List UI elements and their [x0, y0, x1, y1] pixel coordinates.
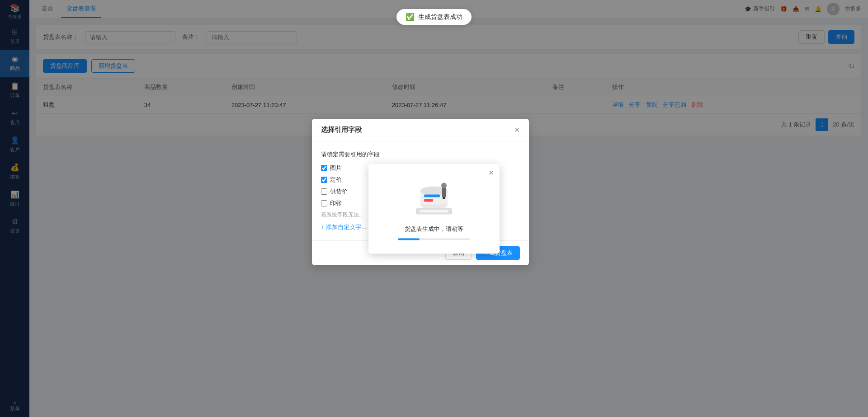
loading-text: 货盘表生成中，请稍等: [405, 225, 463, 233]
loading-illustration: [407, 177, 461, 218]
svg-rect-9: [420, 210, 448, 212]
dialog-select-header: 选择引用字段 ✕: [312, 119, 529, 141]
svg-point-6: [441, 183, 447, 188]
field-supply-price-label: 供货价: [330, 187, 348, 196]
field-impression-label: 印张: [330, 199, 342, 207]
field-image-label: 图片: [330, 164, 342, 172]
checkbox-image[interactable]: [321, 165, 327, 171]
loading-bar-wrap: [398, 238, 470, 240]
dialog-select-desc: 请确定需要引用的字段: [321, 150, 520, 159]
loading-bar: [398, 238, 420, 240]
dialog-select-close[interactable]: ✕: [514, 126, 520, 134]
svg-rect-7: [443, 197, 445, 199]
dialog-loading: ✕ 货盘表生成中，请稍等: [368, 164, 500, 253]
checkbox-price[interactable]: [321, 177, 327, 183]
overlay: 选择引用字段 ✕ 请确定需要引用的字段 图片 商品编码 定价: [0, 0, 868, 417]
toast-text: 生成货盘表成功: [418, 13, 462, 21]
svg-rect-4: [424, 199, 433, 201]
dialog-select-title: 选择引用字段: [321, 126, 362, 134]
toast-success-icon: ✅: [406, 13, 415, 21]
svg-rect-3: [424, 194, 440, 197]
field-price-label: 定价: [330, 176, 342, 184]
checkbox-supply-price[interactable]: [321, 188, 327, 195]
checkbox-impression[interactable]: [321, 200, 327, 206]
dialog-loading-close[interactable]: ✕: [488, 168, 494, 177]
toast: ✅ 生成货盘表成功: [396, 9, 472, 25]
